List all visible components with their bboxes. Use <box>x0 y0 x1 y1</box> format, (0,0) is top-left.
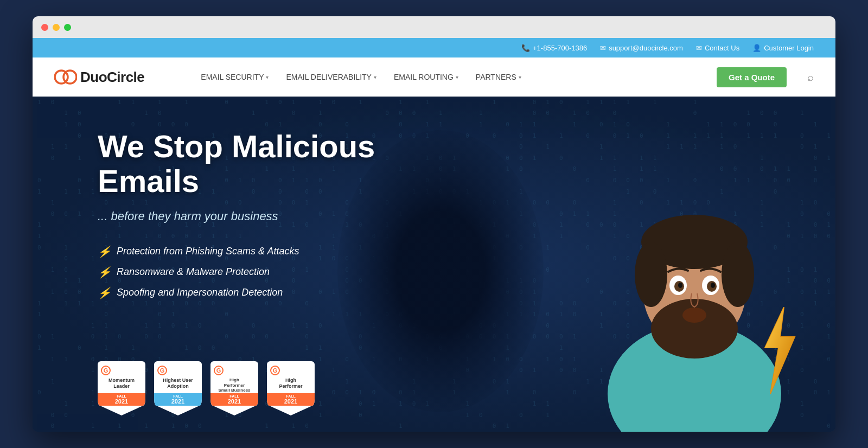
badge-title: MomentumLeader <box>108 377 135 389</box>
badge-title: HighPerformerSmall Business <box>218 377 250 393</box>
chevron-down-icon: ▾ <box>374 74 376 80</box>
browser-chrome <box>33 16 835 38</box>
badge-title: HighPerformer <box>279 377 302 389</box>
badge-ribbon: FALL 2021 <box>154 393 202 406</box>
feature-text: Spoofing and Impersonation Detection <box>117 287 283 298</box>
logo-icon <box>54 67 77 87</box>
email-link[interactable]: ✉ support@duocircle.com <box>600 44 683 52</box>
feature-text: Ransomware & Malware Protection <box>117 266 270 278</box>
lightning-icon: ⚡ <box>98 286 111 299</box>
lightning-icon: ⚡ <box>98 245 111 258</box>
browser-window: 📞 +1-855-700-1386 ✉ support@duocircle.co… <box>33 16 835 432</box>
g2-logo: G <box>270 366 280 375</box>
logo[interactable]: DuoCircle <box>54 67 144 87</box>
svg-marker-17 <box>765 307 795 394</box>
badge-ribbon: FALL 2021 <box>267 393 315 406</box>
svg-point-1 <box>63 71 76 84</box>
nav-label: EMAIL DELIVERABILITY <box>286 73 371 81</box>
badge-season: FALL <box>213 394 256 398</box>
hero-content: We Stop Malicious Emails ... before they… <box>98 129 477 327</box>
svg-point-6 <box>635 242 667 307</box>
login-link[interactable]: 👤 Customer Login <box>752 44 814 52</box>
badge-title: Highest UserAdoption <box>163 377 193 389</box>
g2-logo: G <box>157 366 167 375</box>
contact-label: Contact Us <box>705 44 739 52</box>
chevron-down-icon: ▾ <box>456 74 458 80</box>
hero-title: We Stop Malicious Emails <box>98 129 477 199</box>
g2-logo: G <box>101 366 111 375</box>
hero-subtitle: ... before they harm your business <box>98 209 477 223</box>
feature-list: ⚡ Protection from Phishing Scams & Attac… <box>98 245 477 299</box>
badge-ribbon: FALL 2021 <box>98 393 145 406</box>
badge-year: 2021 <box>269 398 312 405</box>
phone-link[interactable]: 📞 +1-855-700-1386 <box>521 44 587 52</box>
feature-item: ⚡ Ransomware & Malware Protection <box>98 266 477 279</box>
chevron-down-icon: ▾ <box>266 74 269 80</box>
svg-point-7 <box>722 242 754 307</box>
badge-year: 2021 <box>100 398 143 405</box>
nav-label: EMAIL ROUTING <box>394 73 454 81</box>
badge-highest-adoption: G Highest UserAdoption FALL 2021 <box>154 361 202 415</box>
login-label: Customer Login <box>764 44 814 52</box>
top-utility-bar: 📞 +1-855-700-1386 ✉ support@duocircle.co… <box>33 38 835 57</box>
email-icon: ✉ <box>600 44 606 52</box>
nav-email-routing[interactable]: EMAIL ROUTING ▾ <box>386 68 466 86</box>
main-nav: EMAIL SECURITY ▾ EMAIL DELIVERABILITY ▾ … <box>193 68 700 86</box>
feature-text: Protection from Phishing Scams & Attacks <box>117 246 299 257</box>
lightning-bolt-large <box>754 307 803 394</box>
phone-number: +1-855-700-1386 <box>533 44 587 52</box>
maximize-button[interactable] <box>64 24 71 31</box>
badge-year: 2021 <box>213 398 256 405</box>
badge-season: FALL <box>269 394 312 398</box>
nav-email-deliverability[interactable]: EMAIL DELIVERABILITY ▾ <box>278 68 384 86</box>
feature-item: ⚡ Protection from Phishing Scams & Attac… <box>98 245 477 258</box>
nav-bar: DuoCircle EMAIL SECURITY ▾ EMAIL DELIVER… <box>33 57 835 97</box>
g2-logo: G <box>214 366 224 375</box>
badge-high-performer-smb: G HighPerformerSmall Business FALL 2021 <box>210 361 258 415</box>
hero-section: 1011110101101111010111111101010100011001… <box>33 97 835 432</box>
nav-label: PARTNERS <box>476 73 516 81</box>
logo-text: DuoCircle <box>80 69 144 86</box>
badge-season: FALL <box>156 394 200 398</box>
badges-area: G MomentumLeader FALL 2021 G Highest Use… <box>98 361 315 415</box>
nav-label: EMAIL SECURITY <box>201 73 264 81</box>
lightning-svg <box>754 307 803 394</box>
badge-momentum-leader: G MomentumLeader FALL 2021 <box>98 361 145 415</box>
email-address: support@duocircle.com <box>609 44 683 52</box>
svg-point-15 <box>682 308 706 323</box>
lightning-icon: ⚡ <box>98 266 111 279</box>
chevron-down-icon: ▾ <box>519 74 521 80</box>
nav-email-security[interactable]: EMAIL SECURITY ▾ <box>193 68 276 86</box>
feature-item: ⚡ Spoofing and Impersonation Detection <box>98 286 477 299</box>
search-icon[interactable]: ⌕ <box>807 71 814 84</box>
nav-partners[interactable]: PARTNERS ▾ <box>468 68 529 86</box>
contact-link[interactable]: ✉ Contact Us <box>696 44 739 52</box>
user-icon: 👤 <box>752 44 761 52</box>
svg-point-13 <box>678 283 682 288</box>
badge-season: FALL <box>100 394 143 398</box>
get-quote-button[interactable]: Get a Quote <box>717 67 787 87</box>
badge-year: 2021 <box>156 398 200 405</box>
contact-icon: ✉ <box>696 44 702 52</box>
close-button[interactable] <box>41 24 48 31</box>
svg-point-14 <box>711 283 715 288</box>
badge-high-performer: G HighPerformer FALL 2021 <box>267 361 315 415</box>
phone-icon: 📞 <box>521 44 530 52</box>
minimize-button[interactable] <box>53 24 60 31</box>
badge-ribbon: FALL 2021 <box>210 393 258 406</box>
